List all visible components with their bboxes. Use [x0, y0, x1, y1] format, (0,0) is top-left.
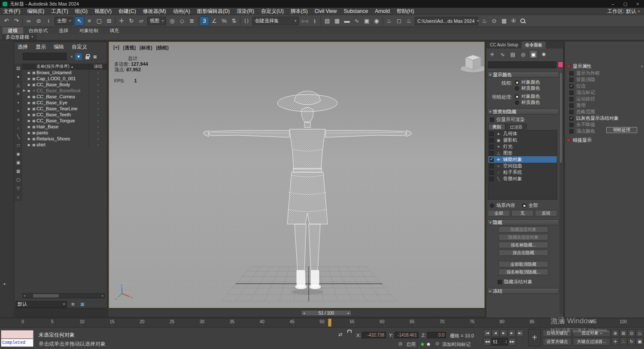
- property-checkbox[interactable]: [569, 116, 574, 121]
- go-to-start-button[interactable]: |◀: [483, 329, 491, 337]
- display-properties-header[interactable]: 显示属性: [567, 63, 592, 70]
- category-action-button[interactable]: 全部: [488, 210, 510, 216]
- category-row[interactable]: ▣ 摄影机: [488, 137, 557, 143]
- shaded-object-color-radio[interactable]: 对象颜色: [515, 93, 540, 100]
- wireframe-material-color-radio[interactable]: 材质颜色: [515, 85, 540, 91]
- object-name[interactable]: CC_Base_BoneRoot: [36, 88, 89, 93]
- display-property-row[interactable]: 背面消隐: [569, 76, 641, 83]
- explorer-row[interactable]: ◉ ▦ Brows_Untamed ▪: [22, 70, 107, 76]
- visibility-eye-icon[interactable]: ◉: [26, 131, 31, 135]
- dock-tab[interactable]: CC Auto Setup: [486, 42, 522, 49]
- link-display-header[interactable]: 链接显示: [567, 137, 592, 143]
- next-frame-arrow-icon[interactable]: ▸: [348, 311, 349, 315]
- ribbon-tab[interactable]: 填充: [104, 27, 125, 34]
- scroll-up-icon[interactable]: ▴: [641, 64, 643, 68]
- undo-icon[interactable]: ↶: [2, 16, 11, 26]
- category-checkbox[interactable]: [489, 177, 494, 181]
- listener-mode-icon[interactable]: ◎: [398, 341, 403, 346]
- explorer-display-groups-icon[interactable]: ▦: [15, 167, 22, 175]
- menu-item[interactable]: Substance: [340, 8, 371, 15]
- hide-action-button[interactable]: 按点击隐藏: [498, 249, 548, 256]
- explorer-display-helpers-icon[interactable]: +: [15, 106, 22, 115]
- viewport-label-segment[interactable]: [+]: [113, 45, 119, 51]
- zoom-extents-icon[interactable]: ⊙: [628, 329, 635, 337]
- visibility-eye-icon[interactable]: ◉: [26, 101, 31, 105]
- maxscript-mini-listener[interactable]: Completed: [1, 339, 33, 347]
- freeze-rollout[interactable]: ▸ 冻结: [487, 288, 559, 294]
- visibility-eye-icon[interactable]: ◉: [26, 107, 31, 111]
- explorer-display-bones-icon[interactable]: ╲: [15, 132, 22, 141]
- object-name-field[interactable]: [488, 61, 556, 68]
- explorer-menu-item[interactable]: 选择: [18, 43, 28, 51]
- freeze-toggle-icon[interactable]: ▪: [89, 136, 107, 142]
- property-checkbox[interactable]: [569, 103, 574, 108]
- object-name[interactable]: Brows_Untamed: [36, 70, 89, 75]
- spinner-snap-icon[interactable]: ⇅: [229, 16, 239, 26]
- material-editor-icon[interactable]: ◉: [372, 16, 381, 26]
- ribbon-tab[interactable]: 建模: [3, 27, 23, 34]
- freeze-toggle-icon[interactable]: ▪: [89, 88, 107, 94]
- explorer-display-lights-icon[interactable]: ☀: [15, 89, 22, 98]
- property-checkbox[interactable]: [569, 91, 574, 95]
- scrollbar-thumb[interactable]: [33, 294, 59, 297]
- menu-item[interactable]: 编辑(E): [24, 8, 48, 15]
- redo-icon[interactable]: ↷: [12, 16, 21, 26]
- display-property-row[interactable]: 以灰色显示冻结对象: [569, 115, 641, 121]
- explorer-display-cameras-icon[interactable]: ◗: [15, 98, 22, 106]
- key-filters-button[interactable]: 关键点过滤器...: [573, 338, 611, 346]
- selection-filter-dropdown[interactable]: 全部▾: [55, 17, 73, 25]
- ribbon-tab[interactable]: 自由形式: [23, 27, 53, 34]
- select-and-manipulate-icon[interactable]: ◇: [177, 16, 187, 26]
- property-checkbox[interactable]: [569, 84, 574, 88]
- display-property-row[interactable]: 显示为外框: [569, 70, 641, 76]
- panel-scrollbar[interactable]: [559, 72, 562, 314]
- object-name[interactable]: Retarius_Shoes: [36, 136, 89, 141]
- z-coordinate-field[interactable]: 0.0: [427, 332, 446, 338]
- property-checkbox[interactable]: [569, 97, 574, 101]
- viewport-label-segment[interactable]: [标准]: [140, 45, 152, 51]
- category-row[interactable]: ╲ 骨骼对象: [488, 176, 557, 182]
- play-button[interactable]: ▶: [500, 329, 507, 337]
- align-icon[interactable]: ∥: [310, 16, 319, 26]
- timeline-track[interactable]: 0510152025303540455055606570758085909510…: [21, 318, 627, 327]
- render-production-icon[interactable]: ♨: [404, 16, 413, 26]
- object-name[interactable]: CC_Base_Teeth: [36, 112, 89, 117]
- visibility-eye-icon[interactable]: ◉: [26, 83, 31, 87]
- explorer-row[interactable]: ◉ ▦ shirt ▪: [22, 142, 107, 148]
- menu-item[interactable]: 图形编辑器(D): [194, 8, 234, 15]
- viewport-label-segment[interactable]: [透视]: [123, 45, 136, 51]
- freeze-toggle-icon[interactable]: ▪: [89, 142, 107, 148]
- object-name[interactable]: shirt: [36, 142, 89, 147]
- go-to-end-button[interactable]: ▶|: [516, 329, 524, 337]
- display-property-row[interactable]: 透明: [569, 102, 641, 109]
- select-and-link-icon[interactable]: ∞: [24, 16, 33, 26]
- display-color-rollout[interactable]: ▾ 显示颜色: [487, 72, 559, 78]
- hide-frozen-objects-checkbox[interactable]: 隐藏冻结对象: [498, 279, 532, 285]
- close-button[interactable]: ×: [632, 0, 644, 8]
- selected-objects-dropdown[interactable]: 选定对象▾: [573, 329, 611, 337]
- workspace-selector[interactable]: 工作区: 默认 ▾: [608, 8, 644, 15]
- category-filter-tab[interactable]: 过滤器: [505, 124, 527, 130]
- category-checkbox[interactable]: [489, 145, 494, 149]
- curve-editor-icon[interactable]: ∿: [352, 16, 361, 26]
- explorer-display-shapes-icon[interactable]: △: [15, 81, 22, 89]
- object-name[interactable]: pants: [36, 130, 89, 135]
- freeze-toggle-icon[interactable]: ▪: [89, 100, 107, 106]
- explorer-folder-icon[interactable]: ⌂: [15, 192, 22, 201]
- visibility-eye-icon[interactable]: ◉: [26, 119, 31, 123]
- display-tab-icon[interactable]: ▣: [529, 50, 538, 59]
- explorer-row[interactable]: ◉ ▦ Cap_LOD0_0_001 ▪: [22, 76, 107, 82]
- visibility-eye-icon[interactable]: ◉: [26, 89, 31, 93]
- category-row[interactable]: △ 图形: [488, 150, 557, 156]
- panel-expand-handle[interactable]: ▸: [4, 282, 6, 286]
- menu-item[interactable]: Civil View: [311, 8, 340, 15]
- select-object-icon[interactable]: ↖: [75, 16, 84, 26]
- dock-tab[interactable]: 命令面板: [522, 42, 546, 49]
- menu-item[interactable]: 帮助(H): [393, 8, 418, 15]
- minimize-button[interactable]: –: [607, 0, 619, 8]
- hide-action-button[interactable]: 按名称隐藏...: [498, 242, 548, 248]
- vertex-shaded-button[interactable]: 明暗处理: [606, 127, 637, 133]
- display-property-row[interactable]: 仅边: [569, 83, 641, 89]
- object-name[interactable]: CC_Base_Eye: [36, 100, 89, 105]
- explorer-row[interactable]: ◉ ▦ CC_Base_Teeth ▪: [22, 112, 107, 118]
